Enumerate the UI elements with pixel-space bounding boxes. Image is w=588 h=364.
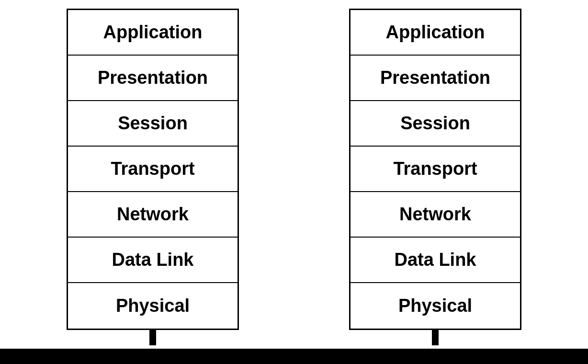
left-layer-transport: Transport: [68, 147, 237, 192]
right-layer-transport: Transport: [351, 147, 520, 192]
right-layer-session: Session: [351, 101, 520, 147]
ground-bar: [0, 349, 588, 364]
left-layer-presentation: Presentation: [68, 56, 237, 101]
left-layer-presentation-label: Presentation: [98, 68, 208, 88]
left-layer-transport-label: Transport: [111, 159, 194, 179]
left-layer-network-label: Network: [117, 204, 189, 225]
right-layer-session-label: Session: [400, 113, 470, 134]
left-layer-session: Session: [68, 101, 237, 147]
right-connector-stem: [432, 330, 439, 345]
left-layer-application: Application: [68, 10, 237, 56]
main-content: Application Presentation Session Transpo…: [0, 0, 588, 364]
left-layer-application-label: Application: [103, 22, 203, 43]
right-stack-wrapper: Application Presentation Session Transpo…: [349, 9, 521, 345]
right-layer-datalink-label: Data Link: [394, 250, 476, 270]
right-layer-transport-label: Transport: [393, 159, 477, 179]
right-layer-application-label: Application: [386, 22, 485, 43]
right-layer-presentation-label: Presentation: [380, 68, 490, 88]
right-layer-datalink: Data Link: [351, 238, 520, 283]
right-layer-application: Application: [351, 10, 520, 56]
right-layer-network: Network: [351, 192, 520, 238]
left-osi-stack: Application Presentation Session Transpo…: [67, 9, 239, 330]
left-layer-datalink-label: Data Link: [112, 250, 193, 270]
left-connector-stem: [149, 330, 156, 345]
right-layer-presentation: Presentation: [351, 56, 520, 101]
right-layer-physical-label: Physical: [398, 296, 472, 316]
left-layer-physical: Physical: [68, 283, 237, 329]
right-layer-physical: Physical: [351, 283, 520, 329]
right-layer-network-label: Network: [399, 204, 471, 225]
left-layer-physical-label: Physical: [116, 296, 190, 316]
right-osi-stack: Application Presentation Session Transpo…: [349, 9, 521, 330]
left-layer-network: Network: [68, 192, 237, 238]
left-stack-wrapper: Application Presentation Session Transpo…: [67, 9, 239, 345]
left-layer-datalink: Data Link: [68, 238, 237, 283]
left-layer-session-label: Session: [118, 113, 188, 134]
